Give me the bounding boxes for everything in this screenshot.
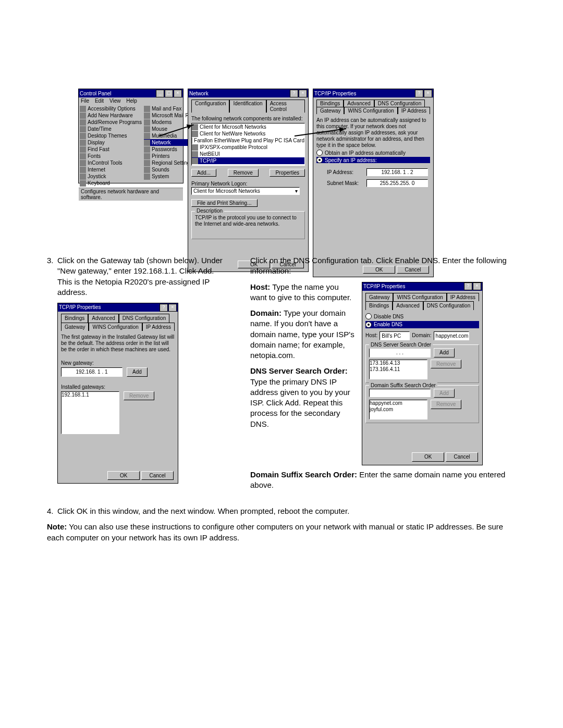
maximize-icon[interactable]: ▢ xyxy=(165,90,173,97)
installed-gateways-list[interactable]: 192.168.1.1 xyxy=(61,391,119,434)
app-icon xyxy=(144,174,150,180)
menu-view[interactable]: View xyxy=(109,98,121,104)
tab-identification[interactable]: Identification xyxy=(229,100,266,113)
host-input[interactable]: Bill's PC xyxy=(380,331,410,341)
cp-item[interactable]: Find Fast xyxy=(80,146,142,153)
list-item[interactable]: happynet.com xyxy=(370,400,427,406)
help-icon[interactable]: ? xyxy=(415,90,423,97)
components-list[interactable]: Client for Microsoft Networks Client for… xyxy=(191,123,305,166)
cp-item[interactable]: Internet xyxy=(80,166,142,173)
menu-edit[interactable]: Edit xyxy=(95,98,104,104)
tab-ipaddress[interactable]: IP Address xyxy=(398,107,430,114)
help-icon[interactable]: ? xyxy=(290,90,298,97)
radio-obtain-auto[interactable]: Obtain an IP address automatically xyxy=(316,150,430,156)
properties-button[interactable]: Properties xyxy=(270,169,305,177)
add-button[interactable]: Add xyxy=(434,348,455,357)
ok-button[interactable]: OK xyxy=(412,452,444,462)
cp-item[interactable]: Add/Remove Programs xyxy=(80,119,142,126)
tab-wins[interactable]: WINS Configuration xyxy=(89,323,142,331)
component-icon xyxy=(192,138,192,144)
dns-server-list[interactable]: 173.166.4.13 173.166.4.11 xyxy=(369,360,427,379)
list-item[interactable]: joyful.com xyxy=(370,406,427,413)
tab-wins[interactable]: WINS Configuration xyxy=(393,293,446,302)
help-icon[interactable]: ? xyxy=(160,304,168,312)
list-item-tcpip[interactable]: TCP/IP xyxy=(192,157,304,164)
list-item[interactable]: IPX/SPX-compatible Protocol xyxy=(192,144,304,151)
logon-select[interactable]: Client for Microsoft Networks▾ xyxy=(191,187,300,195)
menu-help[interactable]: Help xyxy=(126,98,137,104)
cp-item[interactable]: Display xyxy=(80,139,142,146)
domain-suffix-group: Domain Suffix Search Order Add happynet.… xyxy=(365,385,479,424)
radio-specify-ip[interactable]: Specify an IP address: xyxy=(316,157,430,163)
list-item[interactable]: Farallon EtherWave Plug and Play PC ISA … xyxy=(192,137,304,144)
titlebar: Network ?× xyxy=(188,89,308,97)
ip-address-input[interactable]: 192.168. 1 . 2 xyxy=(366,168,428,176)
tab-ipaddress[interactable]: IP Address xyxy=(142,323,175,331)
window-title: TCP/IP Properties xyxy=(363,283,405,290)
tabs: Configuration Identification Access Cont… xyxy=(191,100,305,113)
tab-access-control[interactable]: Access Control xyxy=(266,100,305,113)
tab-dns-config[interactable]: DNS Configuration xyxy=(374,100,425,107)
tab-advanced[interactable]: Advanced xyxy=(393,301,423,310)
tab-bindings[interactable]: Bindings xyxy=(61,314,88,323)
remove-button[interactable]: Remove xyxy=(431,400,461,409)
description-group: Description TCP/IP is the protocol you u… xyxy=(191,211,305,239)
cp-item[interactable]: Date/Time xyxy=(80,126,142,132)
close-icon[interactable]: × xyxy=(424,90,432,97)
file-print-sharing-button[interactable]: File and Print Sharing... xyxy=(191,199,258,207)
new-gateway-input[interactable]: 192.168. 1 . 1 xyxy=(61,367,123,377)
tab-configuration[interactable]: Configuration xyxy=(191,100,229,113)
list-item[interactable]: Client for Microsoft Networks xyxy=(192,124,304,130)
close-icon[interactable]: × xyxy=(168,304,177,312)
radio-disable-dns[interactable]: Disable DNS xyxy=(365,313,479,320)
cp-item[interactable]: Accessibility Options xyxy=(80,105,142,112)
titlebar: TCP/IP Properties ?× xyxy=(58,303,178,312)
cp-item[interactable]: Joystick xyxy=(80,173,142,180)
tab-wins[interactable]: WINS Configuration xyxy=(344,107,397,114)
tab-ipaddress[interactable]: IP Address xyxy=(447,293,479,302)
domain-input[interactable]: happynet.com xyxy=(434,331,469,341)
radio-enable-dns[interactable]: Enable DNS xyxy=(365,321,479,328)
tab-dns-config[interactable]: DNS Configuration xyxy=(423,301,474,310)
list-item[interactable]: 192.168.1.1 xyxy=(62,392,119,398)
cp-item[interactable]: Desktop Themes xyxy=(80,132,142,139)
ok-button[interactable]: OK xyxy=(107,471,140,480)
cp-item[interactable]: Keyboard xyxy=(80,180,142,187)
add-button[interactable]: Add xyxy=(434,389,455,398)
cp-item[interactable]: Fonts xyxy=(80,153,142,159)
remove-button[interactable]: Remove xyxy=(431,360,461,369)
add-button[interactable]: Add xyxy=(127,367,148,377)
tab-advanced[interactable]: Advanced xyxy=(88,314,118,323)
add-button[interactable]: Add... xyxy=(191,169,216,177)
tab-gateway[interactable]: Gateway xyxy=(365,293,393,302)
tab-bindings[interactable]: Bindings xyxy=(365,301,393,310)
remove-button[interactable]: Remove xyxy=(124,391,154,401)
menu-file[interactable]: File xyxy=(81,98,89,104)
list-item[interactable]: 173.166.4.11 xyxy=(370,366,427,373)
close-icon[interactable]: × xyxy=(174,90,182,97)
minimize-icon[interactable]: _ xyxy=(156,90,164,97)
cancel-button[interactable]: Cancel xyxy=(446,452,478,462)
cp-item[interactable]: Add New Hardware xyxy=(80,112,142,119)
dns-server-input[interactable]: . . . xyxy=(369,348,431,357)
app-icon xyxy=(144,146,150,153)
close-icon[interactable]: × xyxy=(299,90,307,97)
cp-item[interactable]: InControl Tools xyxy=(80,159,142,166)
cancel-button[interactable]: Cancel xyxy=(141,471,174,480)
list-item[interactable]: 173.166.4.13 xyxy=(370,360,427,366)
group-title: Description xyxy=(195,208,224,214)
tab-bindings[interactable]: Bindings xyxy=(316,100,344,107)
help-icon[interactable]: ? xyxy=(464,282,472,290)
tab-dns-config[interactable]: DNS Configuration xyxy=(119,314,169,323)
tab-gateway[interactable]: Gateway xyxy=(316,107,344,114)
list-item[interactable]: Client for NetWare Networks xyxy=(192,130,304,137)
list-item[interactable]: NetBEUI xyxy=(192,151,304,157)
tab-gateway[interactable]: Gateway xyxy=(61,323,89,331)
remove-button[interactable]: Remove xyxy=(228,169,259,177)
subnet-mask-input[interactable]: 255.255.255. 0 xyxy=(366,179,428,187)
step-number: 3. xyxy=(47,255,57,266)
domain-suffix-input[interactable] xyxy=(369,389,431,397)
tab-advanced[interactable]: Advanced xyxy=(344,100,374,107)
domain-suffix-list[interactable]: happynet.com joyful.com xyxy=(369,400,427,419)
close-icon[interactable]: × xyxy=(473,282,481,290)
